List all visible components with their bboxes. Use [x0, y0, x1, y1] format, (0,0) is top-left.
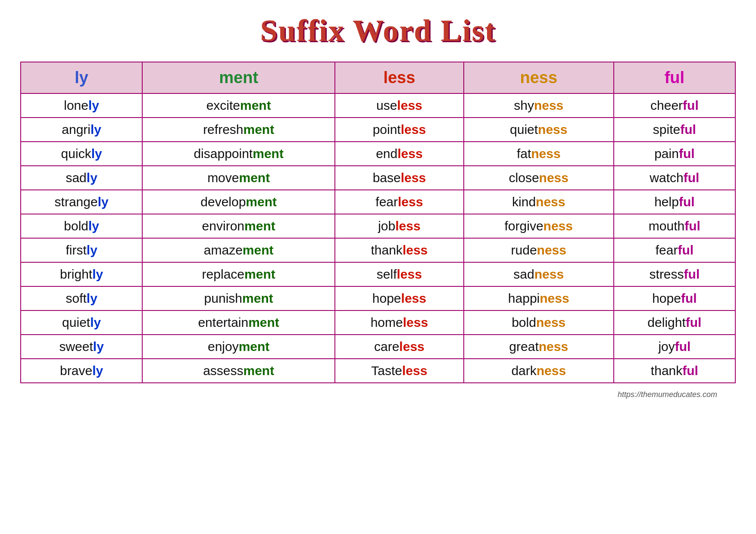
cell-ness-9: boldness [464, 310, 614, 335]
cell-ment-11: assessment [142, 359, 335, 383]
cell-ly-11: bravely [21, 359, 142, 383]
cell-ment-5: environment [142, 214, 335, 238]
cell-less-3: baseless [335, 166, 464, 190]
cell-ness-2: fatness [464, 142, 614, 166]
footer-url: https://themumeducates.com [618, 390, 717, 399]
cell-ness-10: greatness [464, 335, 614, 359]
cell-ful-8: hopeful [614, 286, 735, 310]
table-row: softlypunishmenthopelesshappinesshopeful [21, 286, 735, 310]
cell-ful-6: fearful [614, 238, 735, 262]
cell-ful-0: cheerful [614, 93, 735, 118]
table-row: quicklydisappointmentendlessfatnesspainf… [21, 142, 735, 166]
cell-less-4: fearless [335, 190, 464, 214]
cell-ly-10: sweetly [21, 335, 142, 359]
table-row: lonelyexcitementuselessshynesscheerful [21, 93, 735, 118]
cell-ful-4: helpful [614, 190, 735, 214]
cell-less-2: endless [335, 142, 464, 166]
cell-less-5: jobless [335, 214, 464, 238]
word-table: ly ment less ness ful lonelyexcitementus… [20, 62, 736, 383]
cell-ly-4: strangely [21, 190, 142, 214]
cell-ness-1: quietness [464, 118, 614, 142]
cell-ment-3: movement [142, 166, 335, 190]
cell-ment-2: disappointment [142, 142, 335, 166]
cell-ly-6: firstly [21, 238, 142, 262]
table-row: strangelydevelopmentfearlesskindnesshelp… [21, 190, 735, 214]
table-row: sweetlyenjoymentcarelessgreatnessjoyful [21, 335, 735, 359]
cell-ful-11: thankful [614, 359, 735, 383]
cell-less-11: Tasteless [335, 359, 464, 383]
cell-ment-10: enjoyment [142, 335, 335, 359]
cell-less-9: homeless [335, 310, 464, 335]
cell-ment-8: punishment [142, 286, 335, 310]
cell-ly-0: lonely [21, 93, 142, 118]
cell-ment-6: amazement [142, 238, 335, 262]
cell-ful-3: watchful [614, 166, 735, 190]
cell-ful-1: spiteful [614, 118, 735, 142]
cell-ly-7: brightly [21, 262, 142, 286]
col-header-ment: ment [142, 62, 335, 93]
col-header-less: less [335, 62, 464, 93]
cell-ful-7: stressful [614, 262, 735, 286]
cell-less-6: thankless [335, 238, 464, 262]
cell-ment-0: excitement [142, 93, 335, 118]
table-row: angrilyrefreshmentpointlessquietnessspit… [21, 118, 735, 142]
cell-ness-0: shyness [464, 93, 614, 118]
cell-ness-6: rudeness [464, 238, 614, 262]
cell-ly-1: angrily [21, 118, 142, 142]
page-title: Suffix Word List [260, 13, 496, 49]
cell-ness-11: darkness [464, 359, 614, 383]
col-header-ly: ly [21, 62, 142, 93]
cell-ful-10: joyful [614, 335, 735, 359]
cell-ly-5: boldly [21, 214, 142, 238]
cell-ly-8: softly [21, 286, 142, 310]
cell-less-10: careless [335, 335, 464, 359]
cell-less-0: useless [335, 93, 464, 118]
cell-ment-7: replacement [142, 262, 335, 286]
header-row: ly ment less ness ful [21, 62, 735, 93]
cell-ment-9: entertainment [142, 310, 335, 335]
cell-less-7: selfless [335, 262, 464, 286]
cell-ness-4: kindness [464, 190, 614, 214]
cell-less-8: hopeless [335, 286, 464, 310]
cell-ness-7: sadness [464, 262, 614, 286]
cell-ful-5: mouthful [614, 214, 735, 238]
table-row: bravelyassessmentTastelessdarknessthankf… [21, 359, 735, 383]
table-row: boldlyenvironmentjoblessforgivenessmouth… [21, 214, 735, 238]
cell-ful-2: painful [614, 142, 735, 166]
col-header-ness: ness [464, 62, 614, 93]
cell-ful-9: delightful [614, 310, 735, 335]
col-header-ful: ful [614, 62, 735, 93]
table-row: brightlyreplacementselflesssadnessstress… [21, 262, 735, 286]
cell-ly-9: quietly [21, 310, 142, 335]
cell-ment-1: refreshment [142, 118, 335, 142]
cell-ly-3: sadly [21, 166, 142, 190]
cell-ness-5: forgiveness [464, 214, 614, 238]
table-row: sadlymovementbaselessclosenesswatchful [21, 166, 735, 190]
cell-ness-3: closeness [464, 166, 614, 190]
table-row: quietlyentertainmenthomelessboldnessdeli… [21, 310, 735, 335]
cell-ly-2: quickly [21, 142, 142, 166]
cell-less-1: pointless [335, 118, 464, 142]
table-row: firstlyamazementthanklessrudenessfearful [21, 238, 735, 262]
cell-ment-4: development [142, 190, 335, 214]
cell-ness-8: happiness [464, 286, 614, 310]
